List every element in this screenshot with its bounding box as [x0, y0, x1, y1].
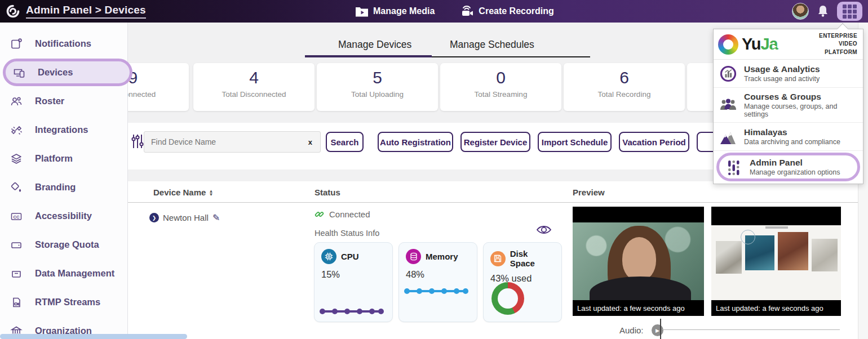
auto-registration-button[interactable]: Auto Registration [378, 132, 453, 152]
notifications-icon [10, 38, 23, 50]
sidebar-item-integrations[interactable]: Integrations [0, 115, 127, 144]
stat-card-total-recording: 6 Total Recording [564, 63, 685, 111]
column-header-device-name[interactable]: Device Name▲▼ [153, 188, 213, 197]
sidebar-item-data-management[interactable]: Data Management [0, 259, 127, 288]
apps-menu-item-admin-panel[interactable]: Admin Panel Manage organization options [716, 153, 860, 181]
clear-search-button[interactable]: x [308, 138, 320, 146]
manage-media-icon [355, 6, 369, 17]
sidebar-item-devices[interactable]: Devices [3, 59, 132, 86]
sidebar-item-storage-quota[interactable]: Storage Quota [0, 230, 127, 259]
stat-card-total-disconnected: 4 Total Disconnected [193, 63, 315, 111]
sidebar-item-label: RTMP Streams [35, 297, 100, 307]
sidebar-item-label: Data Management [35, 268, 114, 279]
health-card-cpu: CPU 15% [314, 242, 393, 322]
status-text: Connected [329, 209, 370, 219]
apps-menu-item-subtitle: Data archiving and compliance [744, 138, 840, 146]
data-management-icon [10, 267, 23, 280]
tab-manage-schedules[interactable]: Manage Schedules [450, 39, 534, 51]
health-card-title: CPU [341, 252, 359, 261]
devices-icon [13, 66, 25, 79]
topbar-actions: Manage Media Create Recording [355, 0, 554, 23]
stat-label: Total Recording [564, 90, 685, 99]
manage-media-button[interactable]: Manage Media [355, 6, 435, 17]
apps-menu-item-title: Admin Panel [750, 158, 840, 168]
create-recording-icon [459, 5, 474, 17]
accessibility-cc-icon: CC [10, 210, 23, 222]
sidebar-item-rtmp-streams[interactable]: RTMP Streams [0, 288, 127, 316]
tagline-line: PLATFORM [819, 48, 857, 57]
expand-row-icon[interactable]: ❯ [149, 213, 159, 222]
device-name-header-label: Device Name [153, 188, 206, 197]
yuja-swirl-icon [6, 4, 20, 19]
play-icon[interactable]: ▶ [652, 324, 663, 336]
eye-icon[interactable] [536, 224, 552, 235]
sidebar-item-platform[interactable]: Platform [0, 144, 127, 173]
rtmp-streams-icon [10, 296, 23, 309]
stat-value: 4 [193, 68, 315, 87]
courses-groups-icon [719, 97, 737, 113]
create-recording-button[interactable]: Create Recording [459, 5, 553, 17]
cpu-sparkline [319, 306, 384, 317]
sidebar-item-label: Notifications [35, 38, 91, 49]
sidebar-item-accessibility[interactable]: CC Accessibility [0, 202, 127, 230]
health-card-title: Disk Space [510, 249, 555, 268]
preview-thumbnail-screen[interactable]: Last updated: a few seconds ago [711, 207, 841, 316]
stat-label: Total Streaming [440, 90, 561, 99]
tagline-line: VIDEO [819, 40, 857, 48]
tab-strip-underline [432, 56, 590, 57]
sidebar-item-notifications[interactable]: Notifications [0, 29, 127, 58]
register-device-button[interactable]: Register Device [460, 132, 530, 152]
preview-caption: Last updated: a few seconds ago [711, 300, 841, 316]
admin-panel-icon [725, 159, 743, 176]
sort-icon[interactable]: ▲▼ [209, 190, 213, 197]
apps-menu-item-himalayas[interactable]: Himalayas Data archiving and compliance [714, 123, 863, 151]
manage-media-label: Manage Media [373, 6, 435, 16]
health-card-memory: Memory 48% [398, 242, 477, 322]
disk-icon [490, 251, 506, 266]
sidebar-item-label: Accessibility [35, 211, 92, 221]
memory-sparkline [404, 286, 469, 297]
apps-menu-item-text: Courses & Groups Manage courses, groups,… [744, 92, 857, 118]
tab-manage-devices[interactable]: Manage Devices [338, 39, 411, 51]
sidebar-item-label: Platform [35, 153, 73, 164]
apps-menu-item-text: Admin Panel Manage organization options [750, 158, 840, 176]
apps-grid-button[interactable] [837, 2, 862, 21]
sidebar-item-roster[interactable]: Roster [0, 87, 127, 115]
edit-pencil-icon[interactable]: ✎ [212, 212, 220, 223]
stat-card-total-streaming: 0 Total Streaming [440, 63, 561, 111]
sidebar-item-branding[interactable]: Branding [0, 173, 127, 202]
branding-icon [10, 181, 23, 194]
search-input[interactable] [144, 137, 308, 146]
usage-analytics-icon [719, 65, 737, 82]
search-button[interactable]: Search [326, 132, 364, 152]
stat-label: Total Uploading [317, 90, 438, 99]
apps-grid-icon [843, 5, 857, 19]
topbar-right [792, 0, 862, 23]
device-table: Device Name▲▼ Status Preview ❯ Newton Ha… [128, 181, 858, 339]
audio-level-track [662, 329, 840, 330]
audio-label: Audio: [619, 325, 644, 335]
preview-thumbnail-camera[interactable]: Last updated: a few seconds ago [573, 207, 704, 316]
health-status-info-label: Health Status Info [315, 229, 379, 238]
device-search: x [144, 131, 321, 153]
filter-icon[interactable] [131, 133, 144, 149]
health-card-value: 15% [321, 269, 386, 280]
apps-menu-item-subtitle: Manage courses, groups, and settings [744, 102, 857, 118]
page-title: Admin Panel > Devices [26, 4, 146, 19]
active-tab-underline [305, 55, 432, 57]
apps-menu-item-text: Himalayas Data archiving and compliance [744, 127, 840, 146]
apps-menu-item-title: Himalayas [744, 127, 840, 137]
vacation-period-button[interactable]: Vacation Period [619, 132, 689, 152]
column-header-preview: Preview [573, 188, 605, 197]
horizontal-scrollbar-thumb[interactable] [0, 334, 187, 339]
sidebar-item-label: Integrations [35, 124, 88, 135]
apps-menu-item-courses-groups[interactable]: Courses & Groups Manage courses, groups,… [714, 88, 863, 123]
sidebar-item-label: Devices [38, 67, 73, 78]
device-status: Connected [315, 209, 370, 219]
yuja-wordmark: YuJa ▶ [742, 35, 778, 53]
avatar[interactable] [792, 3, 809, 20]
bell-icon[interactable] [817, 5, 829, 17]
apps-menu-item-usage-analytics[interactable]: Usage & Analytics Track usage and activi… [714, 60, 863, 88]
device-name-text: Newton Hall [163, 213, 209, 222]
import-schedule-button[interactable]: Import Schedule [538, 132, 612, 152]
